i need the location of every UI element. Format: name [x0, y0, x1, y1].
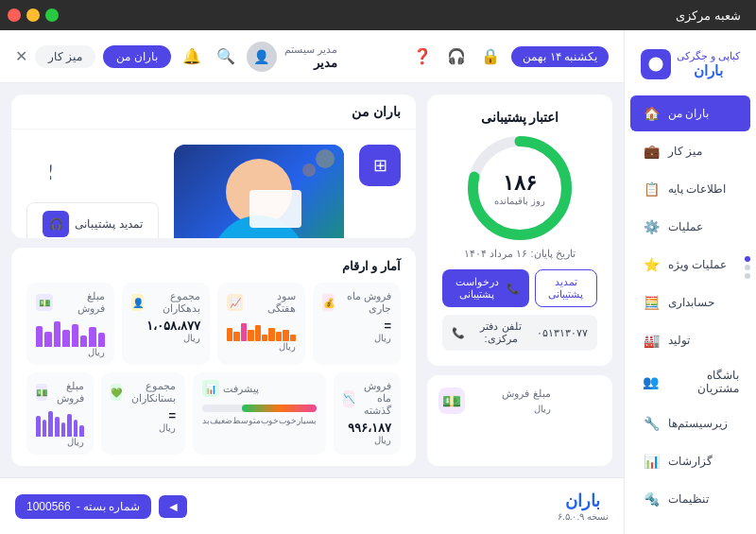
- sidebar-logo-icon: [641, 49, 671, 79]
- debtors-unit: ریال: [131, 333, 200, 343]
- sales-mini-label: مبلغ فروش: [57, 290, 105, 315]
- progress-label: پیشرفت: [223, 383, 259, 395]
- bottom-logo: باران نسخه ۶.۵.۰.۹: [558, 491, 609, 522]
- sidebar-item-reports[interactable]: گزارشات 📊: [630, 443, 750, 479]
- extend-support-button[interactable]: تمدید پشتیبانی: [535, 269, 597, 307]
- support-card: اعتبار پشتیبانی ۱۸۶ روز باقیمانده تاریخ …: [427, 95, 612, 366]
- weekly-profit-label: سود هفتگی: [247, 290, 296, 315]
- sidebar: کباپی و جگرکی باران باران من 🏠 میز کار 💼…: [624, 30, 756, 534]
- placeholder-unit: ریال: [36, 437, 84, 447]
- sidebar-item-special-ops[interactable]: عملیات ویژه ⭐: [630, 247, 750, 283]
- serial-label: شماره بسته -: [77, 500, 141, 513]
- help-icon[interactable]: ❓: [409, 43, 436, 70]
- sidebar-item-basic-info[interactable]: اطلاعات پایه 📋: [630, 171, 750, 207]
- baran-big-logo: باران: [50, 145, 135, 191]
- user-name: مدیر: [284, 56, 337, 70]
- production-icon: 🏭: [642, 331, 661, 350]
- prog-label-3: متوسط: [232, 416, 261, 425]
- days-label: روز باقیمانده: [494, 196, 545, 206]
- minimize-button[interactable]: [26, 9, 40, 22]
- baran-me-content: ⊞: [11, 129, 416, 238]
- headset-icon[interactable]: 🎧: [443, 43, 470, 70]
- sidebar-item-accounting[interactable]: حسابداری 🧮: [630, 284, 750, 320]
- sidebar-item-desk[interactable]: میز کار 💼: [630, 133, 750, 169]
- window-title: شعبه مرکزی: [59, 9, 748, 23]
- sidebar-item-production[interactable]: تولید 🏭: [630, 322, 750, 358]
- prog-label-1: بد: [202, 416, 210, 425]
- baran-me-title: باران من: [11, 95, 416, 129]
- past-sales-unit: ریال: [343, 435, 391, 445]
- extend-support-card-button[interactable]: تمدید پشتیبانی 🎧: [26, 202, 158, 238]
- user-info: مدیر سیستم مدیر: [284, 43, 337, 70]
- sidebar-item-crm[interactable]: باشگاه مشتریان 👥: [630, 360, 750, 404]
- close-tab-icon[interactable]: ✕: [15, 47, 27, 65]
- sidebar-logo: کباپی و جگرکی باران: [625, 38, 756, 95]
- stat-weekly-profit: سود هفتگی 📈: [217, 283, 305, 365]
- placeholder-label: مبلغ فروش: [51, 380, 84, 405]
- bottom-version: نسخه ۶.۵.۰.۹: [558, 511, 609, 522]
- lock-icon[interactable]: 🔒: [477, 43, 504, 70]
- bottom-logo-name: باران: [565, 491, 600, 511]
- bell-icon[interactable]: 🔔: [179, 43, 205, 70]
- header-date: یکشنبه ۱۴ بهمن: [511, 46, 609, 67]
- past-sales-label: فروش ماه گذشته: [358, 380, 391, 417]
- current-sales-label: فروش ماه جاری: [338, 290, 391, 315]
- expiry-date-value: ۱۶ مرداد ۱۴۰۴: [464, 248, 527, 259]
- stat-past-sales: فروش ماه گذشته 📉 ۹۹۶،۱۸۷ ریال: [334, 372, 401, 455]
- desk-icon: 💼: [642, 142, 661, 161]
- support-title: اعتبار پشتیبانی: [442, 110, 597, 125]
- weekly-profit-chart: [227, 319, 296, 341]
- expiry-date: تاریخ پایان: ۱۶ مرداد ۱۴۰۴: [442, 248, 597, 260]
- support-progress: ۱۸۶ روز باقیمانده: [468, 136, 572, 240]
- avatar: 👤: [247, 42, 277, 72]
- request-support-button[interactable]: 📞 درخواست پشتیبانی: [442, 269, 529, 307]
- placeholder-icon: 💵: [36, 384, 47, 401]
- extend-label: تمدید پشتیبانی: [75, 217, 142, 231]
- left-panel: اعتبار پشتیبانی ۱۸۶ روز باقیمانده تاریخ …: [427, 95, 612, 466]
- sales-amount-icon: 💵: [438, 388, 465, 414]
- tab-desk[interactable]: میز کار: [35, 45, 95, 68]
- debtors-label: مجموع بدهکاران: [147, 290, 200, 315]
- sales-mini-chart: [36, 319, 105, 347]
- phone-icon-small: 📞: [452, 327, 465, 339]
- circular-center: ۱۸۶ روز باقیمانده: [494, 171, 545, 206]
- sidebar-item-operations[interactable]: عملیات ⚙️: [630, 209, 750, 245]
- weekly-profit-icon: 📈: [227, 294, 243, 311]
- serial-number: 1000566: [26, 500, 71, 513]
- stats-grid-2: فروش ماه گذشته 📉 ۹۹۶،۱۸۷ ریال پیشرفت 📊: [26, 372, 401, 455]
- stats-title: آمار و ارقام: [26, 259, 401, 273]
- sales-amount-unit: ریال: [502, 404, 550, 414]
- sidebar-item-settings[interactable]: تنظیمات 🔩: [630, 481, 750, 517]
- phone-icon: 📞: [507, 283, 520, 295]
- person-image: [174, 145, 344, 238]
- search-icon[interactable]: 🔍: [213, 43, 239, 70]
- main-content: اعتبار پشتیبانی ۱۸۶ روز باقیمانده تاریخ …: [0, 83, 624, 477]
- creditors-label: مجموع بستانکاران: [126, 380, 176, 405]
- sidebar-logo-name: باران: [677, 62, 740, 79]
- serial-box: شماره بسته - 1000566: [15, 494, 151, 519]
- creditors-unit: ریال: [111, 422, 176, 433]
- placeholder-chart: [36, 408, 84, 437]
- stats-section: آمار و ارقام فروش ماه جاری 💰 = ریال: [11, 248, 416, 466]
- past-sales-value: ۹۹۶،۱۸۷: [343, 421, 391, 435]
- current-sales-value: =: [322, 319, 391, 333]
- operations-icon: ⚙️: [642, 217, 661, 236]
- sidebar-item-infrastructure[interactable]: زیرسیستم‌ها 🔧: [630, 405, 750, 441]
- special-ops-icon: ⭐: [642, 255, 661, 274]
- close-button[interactable]: [8, 9, 21, 22]
- window-controls[interactable]: [8, 9, 59, 22]
- stat-placeholder: مبلغ فروش 💵: [26, 372, 94, 455]
- tab-baran-me[interactable]: باران من: [103, 45, 170, 68]
- headset-btn-icon: 🎧: [43, 211, 69, 237]
- grid-button[interactable]: ⊞: [359, 145, 401, 186]
- expiry-label: تاریخ پایان:: [531, 248, 576, 259]
- reports-icon: 📊: [642, 452, 661, 471]
- stat-creditors: مجموع بستانکاران 💚 = ریال: [101, 372, 185, 455]
- serial-nav-button[interactable]: ◄: [159, 495, 187, 518]
- prog-label-5: بسیارخوب: [279, 416, 317, 425]
- phone-number: ۰۵۱۳۱۳۰۷۷: [537, 327, 588, 339]
- home-icon: 🏠: [642, 104, 661, 123]
- baran-image: [174, 145, 344, 238]
- sidebar-item-baran-me[interactable]: باران من 🏠: [630, 95, 750, 131]
- maximize-button[interactable]: [45, 9, 59, 22]
